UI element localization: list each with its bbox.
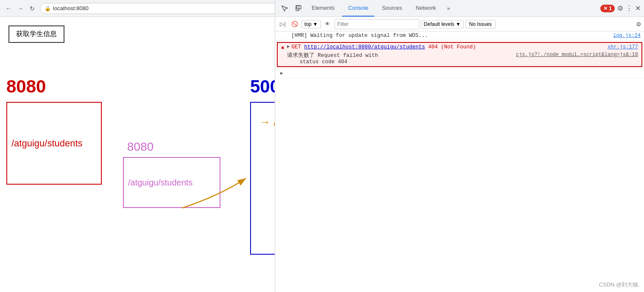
- box-red: /atguigu/students: [6, 102, 102, 185]
- error-url[interactable]: http://localhost:8080/atguigu/students: [304, 44, 425, 50]
- port-8080-label: 8080: [6, 76, 46, 97]
- console-toolbar: ▷| 🚫 top ▼ 👁 Default levels ▼ No Issues …: [275, 17, 644, 31]
- box-pink-text: /atguigu/students: [128, 178, 192, 188]
- console-info-link[interactable]: log.js:24: [613, 33, 641, 39]
- svg-rect-1: [296, 6, 299, 11]
- console-content: [HMR] Waiting for update signal from WDS…: [275, 31, 644, 292]
- console-gear-icon[interactable]: ⚙: [636, 21, 641, 28]
- devtools-dots-icon[interactable]: ⋮: [626, 4, 633, 12]
- console-sidebar-icon[interactable]: ▷|: [278, 19, 288, 29]
- console-eye-icon[interactable]: 👁: [323, 19, 333, 29]
- more-tabs-icon[interactable]: »: [443, 3, 453, 14]
- devtools-close-icon[interactable]: ✕: [635, 4, 641, 12]
- reload-button[interactable]: ↻: [28, 4, 36, 13]
- tab-elements[interactable]: Elements: [306, 0, 340, 17]
- error-status: 404 (Not Found): [425, 44, 476, 50]
- error-method: GET: [291, 44, 304, 50]
- error-content: ► GET http://localhost:8080/atguigu/stud…: [287, 44, 638, 65]
- console-row-info: [HMR] Waiting for update signal from WDS…: [275, 31, 644, 40]
- console-no-issues-btn[interactable]: No Issues: [466, 20, 496, 28]
- error-count: 1: [609, 6, 612, 11]
- devtools-gear-icon[interactable]: ⚙: [617, 4, 623, 12]
- error-x-icon: ✕: [603, 6, 608, 11]
- watermark: CSDN @刘大猫.: [599, 281, 640, 289]
- box-pink: /atguigu/students: [123, 157, 220, 208]
- inspect-icon[interactable]: [279, 3, 290, 14]
- console-expand-row: ►: [275, 69, 644, 79]
- back-button[interactable]: ←: [4, 4, 13, 13]
- diagram-area: 8080 /atguigu/students 8080 /atguigu/stu…: [0, 42, 271, 292]
- levels-label: Default levels: [424, 21, 454, 27]
- tab-console[interactable]: Console: [342, 0, 374, 17]
- console-block-icon[interactable]: 🚫: [290, 19, 300, 29]
- context-label: top: [304, 21, 312, 27]
- error-icon: ✖: [281, 45, 284, 51]
- error-sub-link[interactable]: cjs.js?!./node_modul…=script&lang=js&:18: [516, 52, 638, 58]
- fetch-button[interactable]: 获取学生信息: [8, 25, 64, 43]
- levels-dropdown-icon: ▼: [456, 21, 461, 27]
- forward-button[interactable]: →: [16, 4, 25, 13]
- console-row-error: ✖ ► GET http://localhost:8080/atguigu/st…: [277, 42, 642, 67]
- error-line2: 请求失败了 Request failed with status code 40…: [287, 52, 638, 65]
- tab-network[interactable]: Network: [410, 0, 442, 17]
- console-filter-input[interactable]: [335, 19, 419, 29]
- expand-arrow[interactable]: ►: [279, 70, 285, 77]
- error-badge[interactable]: ✕ 1: [600, 5, 615, 12]
- devtools-toolbar: Elements Console Sources Network » ✕ 1 ⚙…: [275, 0, 644, 17]
- console-levels-select[interactable]: Default levels ▼: [421, 20, 464, 28]
- port-8080-pink-label: 8080: [127, 140, 153, 154]
- tab-sources[interactable]: Sources: [376, 0, 408, 17]
- error-expand-icon[interactable]: ►: [287, 44, 290, 49]
- console-context-select[interactable]: top ▼: [301, 20, 321, 28]
- url-text: localhost:8080: [53, 5, 89, 11]
- device-icon[interactable]: [292, 3, 304, 14]
- context-dropdown-icon: ▼: [313, 21, 318, 27]
- error-line1: ► GET http://localhost:8080/atguigu/stud…: [287, 44, 638, 50]
- console-info-text: [HMR] Waiting for update signal from WDS…: [279, 33, 613, 39]
- error-link[interactable]: xhr.js:177: [608, 44, 638, 50]
- box-red-text: /atguigu/students: [11, 138, 83, 149]
- error-sub-text: 请求失败了 Request failed with status code 40…: [287, 52, 378, 65]
- lock-icon: 🔒: [45, 6, 51, 11]
- devtools-panel: Elements Console Sources Network » ✕ 1 ⚙…: [275, 0, 644, 292]
- devtools-toolbar-right: ✕ 1 ⚙ ⋮ ✕: [600, 4, 641, 12]
